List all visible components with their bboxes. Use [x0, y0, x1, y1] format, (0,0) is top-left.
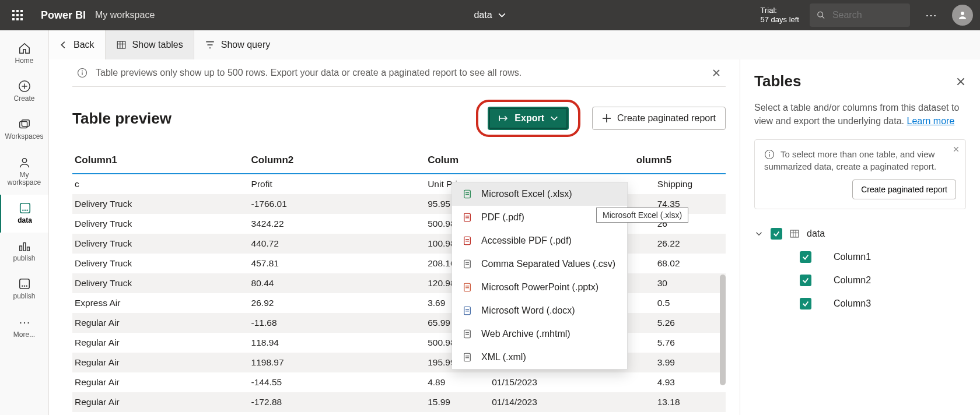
svg-rect-34 — [464, 213, 471, 221]
table-wrap: Column1 Column2 Colum olumn5 cProfitUnit… — [72, 147, 726, 412]
dataset-icon — [18, 277, 31, 290]
table-row[interactable]: Delivery Truck80.44120.9830 — [72, 273, 726, 293]
export-menu-item[interactable]: Comma Separated Values (.csv) — [452, 252, 627, 276]
checkbox[interactable] — [771, 228, 782, 240]
table-cell: -144.55 — [249, 372, 426, 392]
right-panel-close[interactable] — [956, 76, 966, 87]
table-row[interactable]: Express Air26.923.690.5 — [72, 293, 726, 313]
back-button[interactable]: Back — [49, 30, 106, 59]
table-row[interactable]: Delivery Truck457.81208.1668.02 — [72, 254, 726, 273]
checkbox[interactable] — [800, 251, 811, 263]
avatar[interactable] — [952, 5, 973, 26]
learn-more-link[interactable]: Learn more — [907, 116, 955, 126]
tree-column-row[interactable]: Column1 — [754, 245, 966, 269]
info-banner-close[interactable] — [712, 68, 721, 78]
nav-publish-2[interactable]: publish — [0, 270, 48, 308]
show-tables-button[interactable]: Show tables — [106, 30, 194, 59]
file-type-icon — [461, 212, 473, 223]
svg-rect-14 — [23, 243, 26, 251]
tables-tree: data Column1 Column2 Column3 — [754, 222, 966, 315]
tree-column-row[interactable]: Column3 — [754, 292, 966, 315]
nav-home[interactable]: Home — [0, 35, 48, 73]
scrollbar-thumb[interactable] — [720, 275, 726, 385]
nav-workspaces[interactable]: Workspaces — [0, 111, 48, 149]
show-query-button[interactable]: Show query — [194, 30, 281, 59]
chevron-down-icon — [754, 229, 764, 238]
table-row[interactable]: Regular Air1198.97195.9901/04/20233.99 — [72, 353, 726, 372]
col-header[interactable]: Column1 — [72, 147, 249, 174]
info-icon — [764, 149, 775, 160]
table-cell: Regular Air — [72, 353, 249, 372]
table-row[interactable]: Delivery Truck440.72100.9826.22 — [72, 234, 726, 254]
table-cell: Delivery Truck — [72, 273, 249, 293]
table-icon — [789, 228, 800, 239]
table-row[interactable]: Regular Air-144.554.8901/15/20234.93 — [72, 372, 726, 392]
table-row[interactable]: Regular Air-172.8815.9901/14/202313.18 — [72, 392, 726, 412]
info-card-button[interactable]: Create paginated report — [852, 180, 956, 199]
checkbox[interactable] — [800, 298, 811, 310]
workspace-label[interactable]: My workspace — [95, 10, 155, 20]
nav-data[interactable]: data — [0, 195, 48, 233]
tree-root-row[interactable]: data — [754, 222, 966, 245]
table-cell: -172.88 — [249, 392, 426, 412]
main-area: Table previews only show up to 500 rows.… — [49, 59, 980, 415]
col-header[interactable]: olumn5 — [634, 147, 726, 174]
export-menu-item[interactable]: Web Archive (.mhtml) — [452, 322, 627, 346]
chevron-left-icon — [60, 41, 68, 49]
tree-column-label: Column2 — [834, 275, 871, 286]
workspaces-icon — [18, 118, 31, 131]
dataset-switcher[interactable]: data — [474, 10, 506, 20]
checkbox[interactable] — [800, 275, 811, 286]
export-button[interactable]: Export — [488, 107, 569, 130]
table-cell: Shipping — [634, 174, 726, 194]
export-menu-item[interactable]: Microsoft Excel (.xlsx) — [452, 182, 627, 206]
search-box[interactable] — [810, 3, 910, 27]
table-cell: 80.44 — [249, 273, 426, 293]
svg-rect-43 — [464, 283, 471, 291]
svg-point-19 — [26, 286, 27, 287]
brand-label: Power BI — [41, 9, 86, 22]
page-toolbar: Back Show tables Show query — [49, 30, 980, 59]
table-row[interactable]: cProfitUnit PriShipping — [72, 174, 726, 194]
waffle-icon — [12, 10, 23, 20]
create-report-button[interactable]: Create paginated report — [592, 107, 726, 130]
col-header[interactable]: Column2 — [249, 147, 426, 174]
table-cell: 5.26 — [634, 313, 726, 333]
table-row[interactable]: Regular Air118.94500.985.76 — [72, 333, 726, 353]
scrollbar[interactable] — [720, 275, 726, 391]
file-type-icon — [461, 328, 473, 340]
info-card-close[interactable] — [953, 146, 960, 153]
nav-more[interactable]: ⋯ More... — [0, 309, 48, 347]
col-header[interactable]: Colum — [425, 147, 489, 174]
svg-rect-7 — [22, 120, 29, 126]
chevron-down-icon — [498, 11, 506, 19]
export-menu-item[interactable]: XML (.xml) — [452, 346, 627, 369]
table-cell: 4.89 — [425, 372, 489, 392]
table-cell: -11.68 — [249, 313, 426, 333]
nav-create[interactable]: Create — [0, 73, 48, 111]
table-cell: 13.18 — [634, 392, 726, 412]
table-cell: 01/15/2023 — [489, 372, 634, 392]
svg-point-8 — [22, 158, 26, 162]
search-input[interactable] — [831, 9, 903, 21]
table-cell: Express Air — [72, 293, 249, 313]
nav-my-workspace[interactable]: My workspace — [0, 149, 48, 195]
right-panel-header: Tables — [754, 72, 966, 90]
svg-line-1 — [822, 16, 824, 19]
app-launcher-button[interactable] — [7, 5, 28, 26]
tree-column-row[interactable]: Column2 — [754, 269, 966, 292]
trial-status[interactable]: Trial: 57 days left — [761, 6, 800, 24]
export-menu-item[interactable]: Microsoft PowerPoint (.pptx) — [452, 276, 627, 299]
more-button[interactable]: ⋯ — [921, 5, 942, 26]
nav-publish-1[interactable]: publish — [0, 233, 48, 270]
preview-table: Column1 Column2 Colum olumn5 cProfitUnit… — [72, 147, 726, 412]
table-cell: Regular Air — [72, 313, 249, 333]
table-row[interactable]: Regular Air-11.6865.995.26 — [72, 313, 726, 333]
info-card: To select more than one table, and view … — [754, 139, 966, 209]
export-menu-item[interactable]: Accessible PDF (.pdf) — [452, 229, 627, 252]
col-header[interactable] — [489, 147, 634, 174]
svg-rect-52 — [464, 353, 471, 361]
topbar: Power BI My workspace data Trial: 57 day… — [0, 0, 980, 30]
close-icon — [956, 76, 966, 87]
export-menu-item[interactable]: Microsoft Word (.docx) — [452, 299, 627, 322]
